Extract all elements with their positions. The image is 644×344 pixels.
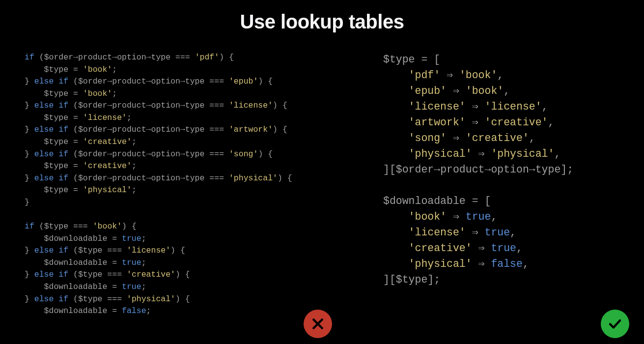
right-column: $type = [ 'pdf' ⇒ 'book', 'epub' ⇒ 'book… — [378, 52, 629, 287]
columns: if ($order→product→option→type === 'pdf'… — [15, 52, 629, 317]
slide-title: Use lookup tables — [15, 11, 629, 33]
cross-icon — [310, 316, 325, 331]
code-block-bad: if ($order→product→option→type === 'pdf'… — [25, 52, 378, 317]
check-icon — [608, 316, 622, 331]
code-block-good: $type = [ 'pdf' ⇒ 'book', 'epub' ⇒ 'book… — [383, 52, 629, 287]
left-column: if ($order→product→option→type === 'pdf'… — [15, 52, 378, 317]
slide: Use lookup tables if ($order→product→opt… — [0, 0, 644, 344]
good-badge — [601, 310, 629, 338]
bad-badge — [304, 310, 332, 338]
